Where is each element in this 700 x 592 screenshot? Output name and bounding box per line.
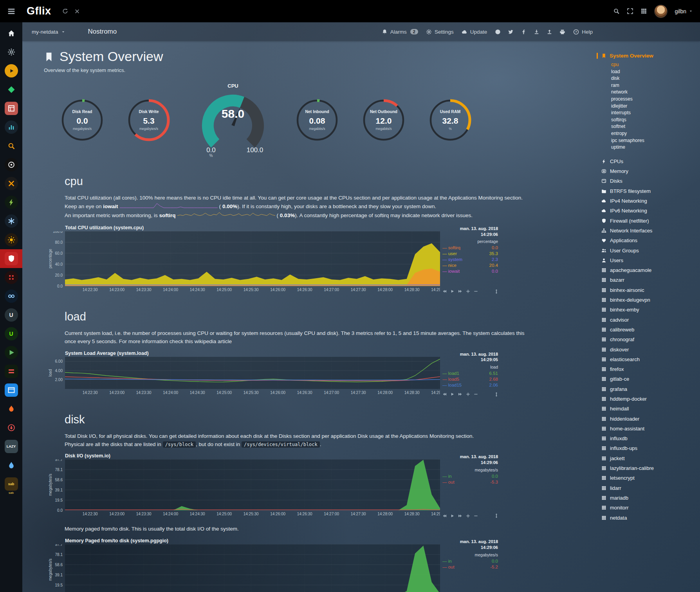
fullscreen-button[interactable] — [627, 8, 633, 14]
menu-item-lidarr[interactable]: lidarr — [601, 483, 697, 493]
close-tab-button[interactable] — [74, 9, 80, 14]
menu-item-applications[interactable]: Applications — [601, 236, 697, 245]
chart-mem-plot[interactable]: 97.778.158.639.119.50.014:22:3014:23:001… — [48, 544, 440, 592]
app-icon-16[interactable]: U — [0, 306, 22, 324]
zoom-in-button[interactable] — [466, 392, 470, 396]
submenu-item-ipc-semaphores[interactable]: ipc semaphores — [611, 137, 697, 144]
menu-item-users[interactable]: Users — [601, 256, 697, 265]
zoom-out-button[interactable] — [474, 392, 478, 396]
menu-item-hddtemp-docker[interactable]: hddtemp-docker — [601, 394, 697, 404]
app-icon-18[interactable] — [0, 343, 22, 362]
submenu-item-entropy[interactable]: entropy — [611, 130, 697, 137]
app-icon-2[interactable] — [0, 43, 22, 61]
app-icon-6[interactable] — [0, 118, 22, 137]
user-menu[interactable]: gilbn — [675, 8, 693, 14]
resize-handle[interactable] — [494, 392, 499, 397]
server-select[interactable]: my-netdata — [32, 29, 65, 35]
alarms-button[interactable]: Alarms 2 — [382, 29, 418, 35]
app-icon-13[interactable] — [0, 249, 22, 268]
menu-item-apacheguacamole[interactable]: apacheguacamole — [601, 265, 697, 275]
menu-item-influxdb-ups[interactable]: influxdb-ups — [601, 443, 697, 453]
app-icon-1[interactable] — [0, 24, 22, 43]
submenu-item-uptime[interactable]: uptime — [611, 144, 697, 151]
menu-item-user-groups[interactable]: User Groups — [601, 245, 697, 255]
menu-item-cpus[interactable]: CPUs — [601, 157, 697, 166]
app-icon-3[interactable] — [0, 61, 22, 80]
settings-button[interactable]: Settings — [426, 29, 454, 35]
submenu-item-interrupts[interactable]: interrupts — [611, 110, 697, 117]
menu-item-network-interfaces[interactable]: Network Interfaces — [601, 226, 697, 236]
menu-item-firewall-netfilter[interactable]: Firewall (netfilter) — [601, 216, 697, 226]
gauge-dial-net-inbound[interactable]: Net Inbound0.08megabits/s — [292, 95, 342, 145]
menu-item-ipv6-networking[interactable]: IPv6 Networking — [601, 206, 697, 216]
gauge-dial-disk-write[interactable]: Disk Write5.3megabytes/s — [124, 95, 173, 145]
menu-item-home-assistant[interactable]: home-assistant — [601, 424, 697, 434]
app-icon-20[interactable] — [0, 381, 22, 399]
avatar[interactable] — [654, 5, 668, 18]
zoom-in-button[interactable] — [466, 289, 470, 293]
app-icon-10[interactable] — [0, 193, 22, 212]
pan-forward-button[interactable] — [458, 514, 462, 518]
gauge-dial-disk-read[interactable]: Disk Read0.0megabytes/s — [58, 95, 107, 145]
menu-item-system-overview[interactable]: System Overview — [597, 53, 697, 59]
help-button[interactable]: ? Help — [573, 29, 593, 35]
app-icon-19[interactable] — [0, 362, 22, 381]
upload-link[interactable] — [547, 29, 552, 35]
pan-backward-button[interactable] — [442, 392, 447, 396]
pan-backward-button[interactable] — [442, 289, 447, 293]
github-link[interactable] — [495, 29, 501, 35]
search-button[interactable] — [613, 8, 620, 14]
chart-load-plot[interactable]: 6.004.002.0014:22:3014:23:0014:23:3014:2… — [48, 357, 440, 396]
zoom-in-button[interactable] — [466, 514, 470, 518]
menu-item-cadvisor[interactable]: cadvisor — [601, 315, 697, 324]
app-icon-7[interactable] — [0, 137, 22, 155]
menu-item-binhex-delugevpn[interactable]: binhex-delugevpn — [601, 295, 697, 305]
facebook-link[interactable] — [521, 29, 527, 35]
menu-item-bazarr[interactable]: bazarr — [601, 275, 697, 285]
update-button[interactable]: Update — [462, 29, 487, 35]
app-icon-8[interactable] — [0, 155, 22, 174]
resize-handle[interactable] — [494, 513, 499, 518]
menu-item-firefox[interactable]: firefox — [601, 364, 697, 374]
submenu-item-softirqs[interactable]: softirqs — [611, 117, 697, 124]
submenu-item-softnet[interactable]: softnet — [611, 123, 697, 130]
menu-item-calibreweb[interactable]: calibreweb — [601, 325, 697, 335]
twitter-link[interactable] — [508, 29, 514, 35]
menu-item-ipv4-networking[interactable]: IPv4 Networking — [601, 196, 697, 206]
app-icon-4[interactable] — [0, 80, 22, 99]
submenu-item-idlejitter[interactable]: idlejitter — [611, 103, 697, 110]
pan-backward-button[interactable] — [442, 514, 447, 518]
app-icon-5[interactable] — [0, 99, 22, 118]
menu-item-binhex-emby[interactable]: binhex-emby — [601, 305, 697, 315]
app-icon-12[interactable] — [0, 230, 22, 249]
menu-item-btrfs-filesystem[interactable]: BTRFS filesystem — [601, 186, 697, 196]
zoom-out-button[interactable] — [474, 289, 478, 293]
menu-item-jackett[interactable]: jackett — [601, 453, 697, 463]
menu-item-monitorr[interactable]: monitorr — [601, 503, 697, 513]
app-icon-15[interactable] — [0, 287, 22, 306]
menu-item-diskover[interactable]: diskover — [601, 344, 697, 354]
menu-item-letsencrypt[interactable]: letsencrypt — [601, 473, 697, 483]
submenu-item-network[interactable]: network — [611, 89, 697, 96]
submenu-item-ram[interactable]: ram — [611, 82, 697, 89]
app-icon-21[interactable] — [0, 399, 22, 418]
app-icon-14[interactable] — [0, 268, 22, 287]
pan-forward-button[interactable] — [458, 289, 462, 293]
app-icon-11[interactable] — [0, 212, 22, 230]
submenu-item-load[interactable]: load — [611, 68, 697, 76]
menu-item-elasticsearch[interactable]: elasticsearch — [601, 354, 697, 364]
submenu-item-disk[interactable]: disk — [611, 75, 697, 82]
apps-button[interactable] — [640, 8, 647, 14]
menu-item-chronograf[interactable]: chronograf — [601, 335, 697, 344]
app-icon-23[interactable]: LAZY — [0, 437, 22, 456]
printer-link[interactable] — [559, 29, 565, 35]
chart-disk-plot[interactable]: 97.778.158.639.119.50.014:22:3014:23:001… — [48, 459, 440, 517]
menu-item-heimdall[interactable]: heimdall — [601, 404, 697, 414]
menu-item-lazylibrarian-calibre[interactable]: lazylibrarian-calibre — [601, 463, 697, 473]
zoom-out-button[interactable] — [474, 514, 478, 518]
menu-item-mariadb[interactable]: mariadb — [601, 493, 697, 503]
chart-cpu-plot[interactable]: 100.080.060.040.020.00.014:22:3014:23:00… — [48, 231, 440, 293]
resume-button[interactable] — [450, 289, 455, 293]
menu-button[interactable] — [7, 7, 16, 16]
menu-item-influxdb[interactable]: influxdb — [601, 434, 697, 443]
